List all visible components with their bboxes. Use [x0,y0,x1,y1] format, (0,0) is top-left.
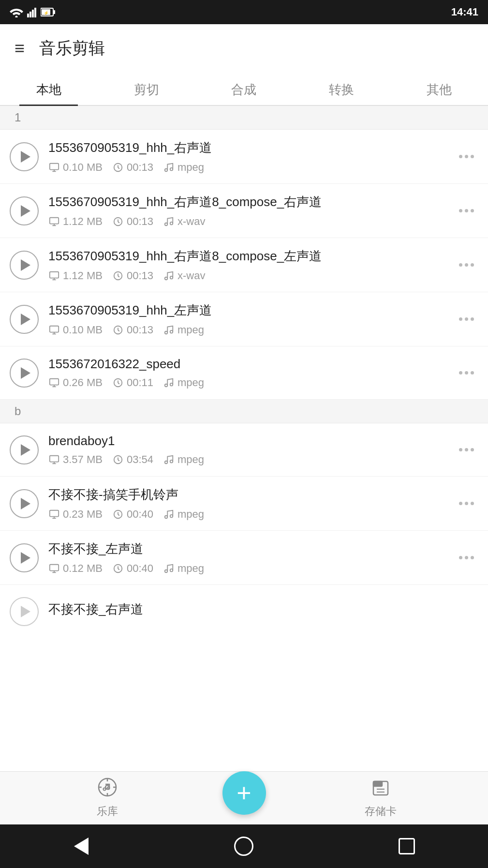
svg-point-25 [165,277,168,280]
more-button-0[interactable] [454,145,478,169]
svg-point-38 [170,383,173,386]
track-size: 0.10 MB [48,324,103,336]
tab-convert[interactable]: 转换 [293,73,390,105]
svg-rect-27 [50,326,59,332]
music-icon [163,454,175,465]
music-icon [163,377,175,389]
play-button-5[interactable] [10,435,39,464]
track-info: 1553670905319_hhh_右声道8_compose_右声道 1.12 … [48,194,454,228]
storage-icon [48,162,60,173]
play-icon [21,552,30,564]
track-duration: 00:40 [112,562,153,575]
track-size: 1.12 MB [48,215,103,228]
track-info: 不接不接_左声道 0.12 MB [48,540,454,575]
tab-cut[interactable]: 剪切 [98,73,195,105]
tab-other[interactable]: 其他 [390,73,488,105]
svg-point-55 [165,570,168,573]
svg-rect-9 [50,164,59,170]
track-duration: 00:40 [112,508,153,521]
list-item: 不接不接_右声道 [0,585,488,638]
svg-point-63 [104,788,106,791]
track-format: x-wav [163,269,205,282]
signal-icon [27,7,37,17]
music-icon [163,324,175,336]
track-info: 1553672016322_speed 0.26 MB [48,357,454,389]
more-button-4[interactable] [454,361,478,385]
track-size: 0.26 MB [48,376,103,389]
more-button-2[interactable] [454,253,478,277]
nav-storage[interactable]: 存储卡 [273,778,488,819]
track-meta: 0.10 MB 00:13 [48,324,454,336]
play-button-2[interactable] [10,251,39,280]
svg-point-56 [170,569,173,572]
svg-point-13 [165,169,168,172]
page-title: 音乐剪辑 [39,37,105,60]
play-button-7[interactable] [10,543,39,572]
track-info: brendaboy1 3.57 MB [48,434,454,466]
add-button[interactable]: + [222,771,266,815]
list-item: 1553670905319_hhh_右声道8_compose_右声道 1.12 … [0,184,488,238]
track-info: 不接不接_右声道 [48,601,478,623]
svg-rect-3 [32,10,34,17]
more-button-5[interactable] [454,438,478,462]
play-icon [21,444,30,456]
status-bar: ⚡ 14:41 [0,0,488,24]
track-info: 不接不接-搞笑手机铃声 0.23 MB [48,486,454,521]
svg-rect-4 [34,8,36,17]
battery-icon: ⚡ [41,8,55,16]
svg-point-31 [165,331,168,334]
svg-rect-6 [54,10,55,14]
track-duration: 00:13 [112,324,153,336]
back-button[interactable] [69,834,93,858]
storage-icon [48,377,60,389]
home-button[interactable] [232,834,256,858]
tab-local[interactable]: 本地 [0,73,98,105]
svg-rect-33 [50,379,59,385]
recents-button[interactable] [395,834,419,858]
track-name: 不接不接_左声道 [48,540,454,557]
system-nav-bar [0,824,488,868]
music-icon [163,563,175,574]
storage-card-icon [371,778,390,801]
play-icon [21,259,30,271]
svg-point-32 [170,330,173,333]
track-duration: 00:13 [112,269,153,282]
track-info: 1553670905319_hhh_右声道8_compose_左声道 1.12 … [48,248,454,282]
nav-library[interactable]: 乐库 [0,778,215,819]
track-info: 1553670905319_hhh_右声道 0.10 MB [48,139,454,174]
track-format: x-wav [163,215,205,228]
wifi-icon [10,7,23,17]
more-dots-icon [459,448,474,451]
track-name: 1553672016322_speed [48,357,454,372]
more-button-1[interactable] [454,199,478,223]
more-button-6[interactable] [454,492,478,516]
track-meta: 3.57 MB 03:54 [48,453,454,466]
menu-icon[interactable]: ≡ [15,38,25,59]
track-duration: 00:13 [112,215,153,228]
svg-rect-15 [50,218,59,224]
play-button-1[interactable] [10,196,39,225]
tab-bar: 本地 剪切 合成 转换 其他 [0,73,488,106]
svg-point-26 [170,276,173,279]
list-item: 1553670905319_hhh_右声道 0.10 MB [0,130,488,184]
add-icon: + [237,780,251,806]
play-icon [21,498,30,509]
tab-compose[interactable]: 合成 [195,73,293,105]
play-button-3[interactable] [10,305,39,334]
track-duration: 00:13 [112,161,153,174]
storage-icon [48,270,60,282]
play-button-4[interactable] [10,359,39,388]
play-button-0[interactable] [10,142,39,171]
clock-icon [112,377,124,389]
svg-rect-39 [50,456,59,462]
svg-rect-51 [50,565,59,571]
play-button-8[interactable] [10,597,39,626]
more-button-7[interactable] [454,546,478,570]
status-time: 14:41 [451,6,478,18]
svg-point-37 [165,384,168,387]
svg-point-49 [165,516,168,519]
play-button-6[interactable] [10,489,39,518]
track-name: 1553670905319_hhh_右声道 [48,139,454,156]
more-button-3[interactable] [454,307,478,331]
play-icon [21,314,30,325]
